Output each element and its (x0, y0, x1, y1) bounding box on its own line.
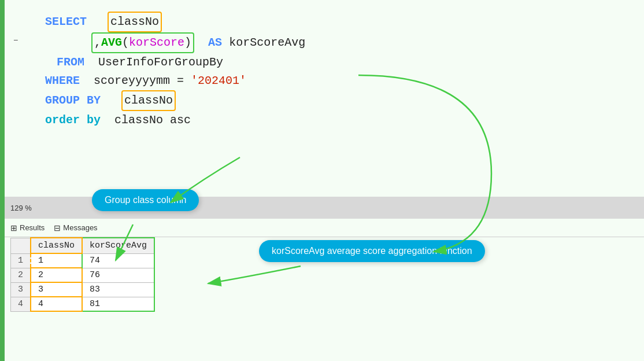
avg-score-tooltip-text: korScoreAvg average score aggregation fu… (272, 246, 472, 256)
main-container: − SELECT classNo ,AVG(korScore) AS korSc… (0, 0, 644, 361)
avg-line: ,AVG(korScore) AS korScoreAvg (45, 32, 632, 53)
orderby-keyword: order by (45, 113, 101, 127)
classno-select-highlight: classNo (108, 12, 162, 32)
results-tab-label: Results (20, 223, 45, 232)
comma: , (94, 36, 101, 49)
groupby-keyword: GROUP BY (45, 94, 101, 107)
collapse-icon[interactable]: − (13, 36, 18, 45)
code-block: SELECT classNo ,AVG(korScore) AS korScor… (22, 12, 632, 130)
avg-fn: AVG (101, 36, 122, 49)
header-classno: classNo (31, 238, 82, 253)
results-tab[interactable]: ⊞ Results (10, 223, 45, 233)
row2-korscore: 76 (82, 268, 154, 282)
where-keyword: WHERE (45, 74, 80, 87)
where-value: '202401' (191, 74, 246, 87)
row4-korscore: 81 (82, 297, 154, 311)
row-num-4: 4 (11, 297, 31, 311)
from-line: FROM UserInfoForGroupBy (45, 53, 632, 72)
orderby-line: order by classNo asc (45, 111, 632, 130)
classno-groupby-highlight: classNo (121, 90, 176, 111)
header-korscore: korScoreAvg (82, 238, 154, 253)
row1-classno: 1 (31, 253, 82, 268)
group-class-tooltip-text: Group class column (105, 195, 186, 205)
results-table-container: classNo korScoreAvg 1 1 74 2 2 76 (10, 237, 253, 312)
classno-groupby-text: classNo (124, 94, 173, 107)
groupby-line: GROUP BY classNo (45, 90, 632, 111)
messages-tab-label: Messages (63, 223, 97, 232)
select-keyword: SELECT (45, 15, 87, 28)
left-sidebar-bar (0, 0, 5, 361)
avg-score-tooltip: korScoreAvg average score aggregation fu… (259, 240, 485, 262)
from-table: UserInfoForGroupBy (91, 56, 223, 69)
select-space (94, 15, 101, 28)
row-num-2: 2 (11, 268, 31, 282)
table-row: 4 4 81 (11, 297, 155, 311)
header-empty (11, 238, 31, 253)
where-field: scoreyyyymm = (87, 74, 191, 87)
avg-highlight: ,AVG(korScore) (91, 32, 194, 53)
select-line: SELECT classNo (45, 12, 632, 32)
groupby-space (108, 94, 114, 107)
results-table: classNo korScoreAvg 1 1 74 2 2 76 (10, 237, 155, 312)
row1-korscore: 74 (82, 253, 154, 268)
group-class-tooltip: Group class column (92, 189, 199, 211)
table-header-row: classNo korScoreAvg (11, 238, 155, 253)
row3-classno: 3 (31, 282, 82, 297)
results-tab-icon: ⊞ (10, 223, 17, 233)
as-text: AS korScoreAvg (201, 36, 305, 49)
messages-tab[interactable]: ⊟ Messages (54, 223, 97, 233)
row-num-1: 1 (11, 253, 31, 268)
table-row: 1 1 74 (11, 253, 155, 268)
tabs-row: ⊞ Results ⊟ Messages (5, 219, 644, 237)
zoom-label: 129 % (10, 204, 32, 212)
orderby-content: classNo asc (108, 113, 191, 127)
classno-select-text: classNo (110, 15, 159, 28)
avg-paren-close: ) (184, 36, 191, 49)
messages-tab-icon: ⊟ (54, 223, 61, 233)
where-line: WHERE scoreyyyymm = '202401' (45, 72, 632, 90)
row-num-3: 3 (11, 282, 31, 297)
row4-classno: 4 (31, 297, 82, 311)
row2-classno: 2 (31, 268, 82, 282)
code-area: − SELECT classNo ,AVG(korScore) AS korSc… (5, 0, 644, 197)
table-row: 2 2 76 (11, 268, 155, 282)
from-keyword: FROM (57, 56, 84, 69)
table-row: 3 3 83 (11, 282, 155, 297)
avg-paren-open: ( (122, 36, 129, 49)
row3-korscore: 83 (82, 282, 154, 297)
korscore-param: korScore (129, 36, 184, 49)
